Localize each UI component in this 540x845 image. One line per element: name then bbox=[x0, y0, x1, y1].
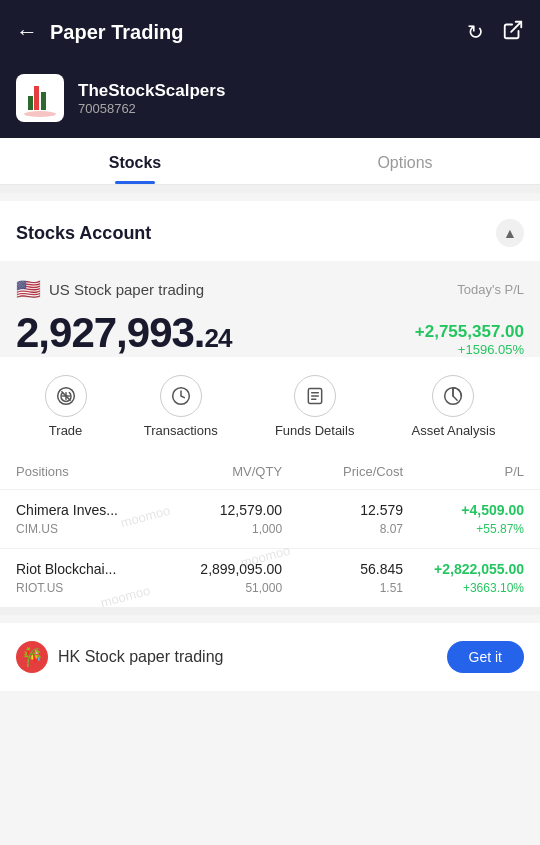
funds-details-label: Funds Details bbox=[275, 423, 354, 438]
pos-pl-pct-cim: +55.87% bbox=[403, 522, 524, 536]
pl-today-value: +2,755,357.00 bbox=[415, 322, 524, 342]
us-trading-label: 🇺🇸 US Stock paper trading bbox=[16, 277, 204, 301]
account-bar: TheStockScalpers 70058762 bbox=[0, 64, 540, 138]
funds-details-icon bbox=[294, 375, 336, 417]
pos-ticker-cim: CIM.US bbox=[16, 522, 161, 536]
page-title: Paper Trading bbox=[50, 21, 183, 44]
position-row-cim[interactable]: Chimera Inves... 12,579.00 12.579 +4,509… bbox=[0, 489, 540, 548]
account-info: TheStockScalpers 70058762 bbox=[78, 81, 225, 116]
us-trading-header: 🇺🇸 US Stock paper trading Today's P/L bbox=[0, 261, 540, 301]
tab-options[interactable]: Options bbox=[270, 138, 540, 184]
svg-point-5 bbox=[24, 111, 56, 117]
section-title: Stocks Account bbox=[16, 223, 151, 244]
tabs-bar: Stocks Options bbox=[0, 138, 540, 185]
pos-qty-cim: 1,000 bbox=[161, 522, 282, 536]
header: ← Paper Trading ↻ bbox=[0, 0, 540, 64]
transactions-icon bbox=[160, 375, 202, 417]
hk-logo-icon: 🎋 bbox=[16, 641, 48, 673]
stocks-account-section: Stocks Account ▲ bbox=[0, 201, 540, 261]
hk-get-it-button[interactable]: Get it bbox=[447, 641, 524, 673]
hk-section: 🎋 HK Stock paper trading Get it bbox=[0, 623, 540, 691]
pos-name-cim: Chimera Inves... bbox=[16, 502, 161, 518]
asset-analysis-action[interactable]: Asset Analysis bbox=[412, 375, 496, 438]
trade-label: Trade bbox=[49, 423, 82, 438]
table-header: Positions MV/QTY Price/Cost P/L bbox=[0, 454, 540, 489]
asset-analysis-icon bbox=[432, 375, 474, 417]
header-actions: ↻ bbox=[467, 19, 524, 46]
svg-rect-4 bbox=[28, 96, 33, 110]
us-trading-text: US Stock paper trading bbox=[49, 281, 204, 298]
todays-pl-label: Today's P/L bbox=[457, 282, 524, 297]
main-balance: 2,927,993.24 bbox=[16, 309, 231, 357]
col-price-header: Price/Cost bbox=[282, 464, 403, 479]
pos-price-riot: 56.845 bbox=[282, 561, 403, 577]
pos-name-riot: Riot Blockchai... bbox=[16, 561, 161, 577]
pos-mv-riot: 2,899,095.00 bbox=[161, 561, 282, 577]
col-pl-header: P/L bbox=[403, 464, 524, 479]
asset-analysis-label: Asset Analysis bbox=[412, 423, 496, 438]
svg-rect-2 bbox=[34, 86, 39, 110]
svg-rect-3 bbox=[41, 92, 46, 110]
pl-values: +2,755,357.00 +1596.05% bbox=[415, 322, 524, 357]
transactions-label: Transactions bbox=[144, 423, 218, 438]
share-icon[interactable] bbox=[502, 19, 524, 46]
balance-decimal: 24 bbox=[205, 323, 232, 353]
pos-cost-riot: 1.51 bbox=[282, 581, 403, 595]
collapse-button[interactable]: ▲ bbox=[496, 219, 524, 247]
col-mv-header: MV/QTY bbox=[161, 464, 282, 479]
tab-stocks[interactable]: Stocks bbox=[0, 138, 270, 184]
action-icons-bar: Trade Transactions Funds Details bbox=[0, 357, 540, 454]
amount-row: 2,927,993.24 +2,755,357.00 +1596.05% bbox=[0, 301, 540, 357]
positions-list: moomoo moomoo moomoo Chimera Inves... 12… bbox=[0, 489, 540, 607]
position-row-riot[interactable]: Riot Blockchai... 2,899,095.00 56.845 +2… bbox=[0, 548, 540, 607]
transactions-action[interactable]: Transactions bbox=[144, 375, 218, 438]
col-positions-header: Positions bbox=[16, 464, 161, 479]
pl-today-pct: +1596.05% bbox=[415, 342, 524, 357]
pos-pl-riot: +2,822,055.00 bbox=[403, 561, 524, 577]
pos-price-cim: 12.579 bbox=[282, 502, 403, 518]
hk-label: 🎋 HK Stock paper trading bbox=[16, 641, 223, 673]
pos-cost-cim: 8.07 bbox=[282, 522, 403, 536]
pos-pl-pct-riot: +3663.10% bbox=[403, 581, 524, 595]
account-logo bbox=[16, 74, 64, 122]
us-flag-icon: 🇺🇸 bbox=[16, 277, 41, 301]
pos-ticker-riot: RIOT.US bbox=[16, 581, 161, 595]
balance-main: 2,927,993. bbox=[16, 309, 205, 356]
svg-line-0 bbox=[511, 21, 521, 31]
funds-details-action[interactable]: Funds Details bbox=[275, 375, 354, 438]
pos-qty-riot: 51,000 bbox=[161, 581, 282, 595]
refresh-icon[interactable]: ↻ bbox=[467, 20, 484, 44]
pos-pl-cim: +4,509.00 bbox=[403, 502, 524, 518]
account-name: TheStockScalpers bbox=[78, 81, 225, 101]
pos-mv-cim: 12,579.00 bbox=[161, 502, 282, 518]
account-id: 70058762 bbox=[78, 101, 225, 116]
trade-action[interactable]: Trade bbox=[45, 375, 87, 438]
back-button[interactable]: ← bbox=[16, 19, 38, 45]
trade-icon bbox=[45, 375, 87, 417]
hk-trading-text: HK Stock paper trading bbox=[58, 648, 223, 666]
